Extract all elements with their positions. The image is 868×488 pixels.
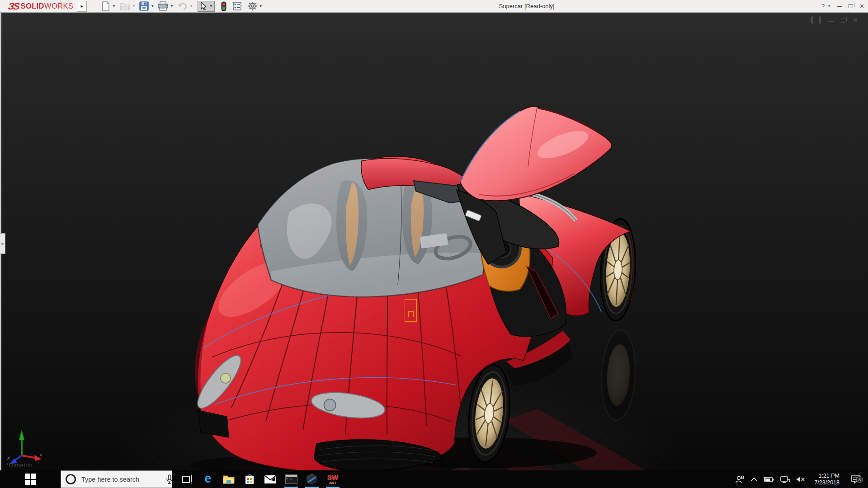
taskbar-app-solidworks-2017[interactable]: SW 2017 (322, 470, 343, 488)
network-icon[interactable] (780, 476, 790, 483)
print-icon (158, 1, 168, 11)
flyout-arrow-icon: ▸ (81, 3, 84, 9)
restore-button[interactable] (849, 4, 853, 8)
volume-muted-icon[interactable] (796, 476, 806, 483)
clock-date: 7/23/2018 (814, 479, 840, 486)
reference-triad: x z (5, 427, 45, 465)
taskbar-app-command-prompt[interactable]: C:\ (281, 470, 302, 488)
solidworks-window: ЗS SOLIDWORKS ▸ ▼ ▼ (0, 0, 868, 488)
selection-box-inner (408, 311, 414, 317)
undo-arrow-icon (177, 2, 188, 11)
options-dropdown[interactable]: ▼ (259, 4, 263, 8)
search-input[interactable] (76, 476, 166, 483)
new-document-button[interactable] (100, 0, 111, 12)
open-button[interactable] (118, 0, 131, 12)
open-folder-icon (119, 2, 130, 11)
menu-flyout-button[interactable]: ▸ (77, 1, 87, 12)
close-button[interactable]: ✕ (859, 3, 864, 9)
rebuild-button[interactable] (220, 0, 227, 12)
select-tool-button[interactable]: ▼ (198, 1, 215, 12)
print-dropdown[interactable]: ▼ (170, 4, 174, 8)
new-document-icon (101, 1, 110, 11)
taskbar-app-store[interactable] (239, 470, 260, 488)
view-orientation-label: *Dimetric (6, 462, 32, 469)
task-view-icon (182, 474, 193, 485)
solidworks-logo-mark-icon: ЗS (7, 1, 19, 12)
sw-icon-year: 2017 (329, 481, 336, 484)
action-center-button[interactable]: 3 (848, 475, 863, 484)
save-dropdown[interactable]: ▼ (151, 4, 154, 8)
options-gear-icon (248, 1, 257, 11)
new-document-dropdown[interactable]: ▼ (112, 4, 116, 8)
quick-access-toolbar: ▼ ▼ ▼ (100, 0, 265, 13)
graphics-viewport[interactable]: ✕ x z *Dimetric (0, 13, 868, 470)
command-prompt-icon: C:\ (285, 474, 297, 484)
new-window-icon[interactable] (812, 16, 813, 24)
car-model-supercar[interactable] (0, 13, 868, 470)
save-floppy-icon (139, 1, 149, 11)
child-minimize-button[interactable] (828, 21, 834, 23)
options-button[interactable] (247, 0, 258, 12)
notification-badge: 3 (856, 476, 863, 483)
selection-box (405, 299, 417, 322)
solidworks-logo: ЗS SOLIDWORKS (0, 0, 73, 13)
taskbar-apps: e (177, 470, 343, 488)
select-cursor-icon (199, 2, 208, 11)
file-properties-icon (233, 2, 241, 10)
child-restore-button[interactable] (841, 19, 845, 23)
hidden-icons-chevron[interactable] (751, 477, 757, 481)
title-bar: ЗS SOLIDWORKS ▸ ▼ ▼ (0, 0, 868, 13)
panel-tab-grip (1, 243, 4, 245)
select-dropdown[interactable]: ▼ (209, 4, 213, 8)
taskbar-clock[interactable]: 1:21 PM 7/23/2018 (811, 473, 842, 486)
solidworks-2017-icon: SW 2017 (327, 474, 338, 484)
file-explorer-icon (222, 474, 235, 485)
system-tray: 1:21 PM 7/23/2018 3 (735, 470, 868, 488)
taskbar-app-file-explorer[interactable] (218, 470, 239, 488)
window-controls: ? ▼ ✕ (821, 0, 864, 12)
battery-icon[interactable] (763, 476, 774, 483)
child-window-controls: ✕ (812, 16, 858, 24)
people-icon[interactable] (735, 475, 745, 484)
windows-logo-icon (25, 474, 36, 485)
edrawings-cube-icon (306, 474, 318, 485)
taskbar-app-edge[interactable]: e (198, 470, 218, 488)
solidworks-logo-text: SOLIDWORKS (21, 2, 74, 10)
brand-light: WORKS (44, 2, 73, 10)
start-button[interactable] (0, 470, 61, 488)
file-properties-button[interactable] (232, 0, 242, 12)
windows-taskbar: e (0, 470, 868, 488)
triad-z-label: z (7, 455, 10, 461)
undo-dropdown[interactable]: ▼ (189, 4, 193, 8)
undo-button[interactable] (176, 0, 189, 12)
microsoft-store-icon (244, 474, 255, 485)
mail-icon (264, 475, 277, 484)
taskbar-app-mail[interactable] (260, 470, 281, 488)
child-close-button[interactable]: ✕ (853, 18, 858, 23)
rebuild-trafficlight-icon (221, 1, 226, 11)
window-title: Supercar [Read-only] (499, 0, 555, 12)
split-window-icon[interactable] (820, 16, 821, 24)
command-prompt-text: C:\ (287, 478, 292, 481)
brand-bold: SOLID (21, 2, 44, 10)
help-button[interactable]: ? (821, 0, 825, 12)
taskbar-search[interactable] (61, 470, 172, 488)
help-dropdown[interactable]: ▼ (827, 4, 831, 8)
taskbar-app-edrawings[interactable] (302, 470, 322, 488)
open-gullwing-door[interactable] (460, 106, 612, 201)
microphone-icon[interactable] (166, 474, 173, 484)
minimize-button[interactable] (837, 6, 842, 7)
task-view-button[interactable] (177, 470, 198, 488)
save-button[interactable] (138, 0, 150, 12)
taskbar-empty-area (343, 470, 735, 488)
clock-time: 1:21 PM (814, 473, 840, 479)
triad-x-label: x (39, 452, 42, 457)
print-button[interactable] (157, 0, 169, 12)
open-dropdown[interactable]: ▼ (132, 4, 136, 8)
sw-icon-text: SW (327, 474, 338, 481)
feature-panel-collapsed-tab[interactable] (0, 233, 5, 254)
cortana-icon (66, 474, 76, 484)
edge-icon: e (204, 473, 211, 485)
